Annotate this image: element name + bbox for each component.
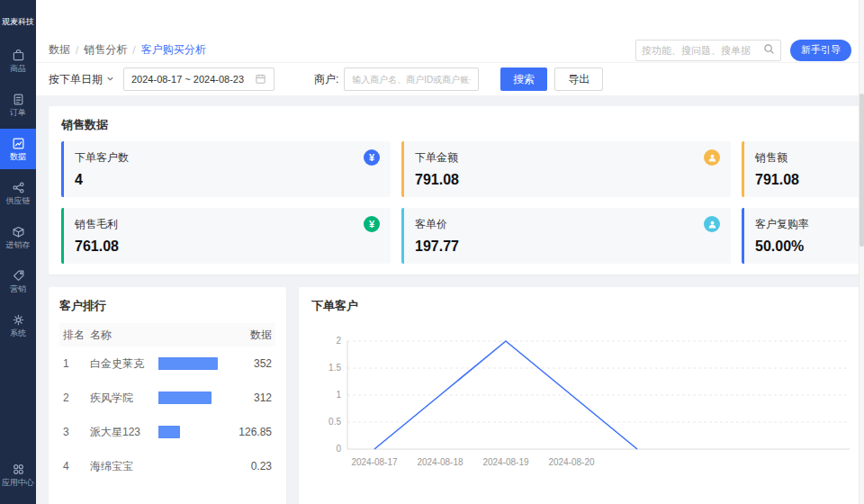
stat-label: 客单价 bbox=[415, 217, 447, 232]
app-root: 观麦科技 商品 订单 数据 供应链 进销存 营销 系统 应用中心 数据/销售分析… bbox=[0, 0, 864, 504]
order-customers-panel: 下单客户 00.511.522024-08-172024-08-182024-0… bbox=[299, 287, 864, 504]
breadcrumb-item[interactable]: 销售分析 bbox=[84, 42, 127, 58]
sidebar-item-label: 订单 bbox=[10, 109, 26, 117]
date-range-picker[interactable]: 2024-08-17 ~ 2024-08-23 bbox=[123, 68, 274, 91]
stat-card-1: 下单客户数 ¥ 4 bbox=[61, 141, 391, 197]
order-customers-line-chart: 00.511.522024-08-172024-08-182024-08-192… bbox=[311, 321, 851, 490]
stat-card-2: 下单金额 791.08 bbox=[401, 141, 731, 197]
stat-label: 客户复购率 bbox=[755, 217, 809, 232]
filter-bar: 按下单日期 2024-08-17 ~ 2024-08-23 商户: 搜索 导出 bbox=[36, 63, 864, 95]
stat-cards: 下单客户数 ¥ 4 下单金额 791.08 销售额 ¥ 791.08 销售毛利 … bbox=[61, 141, 864, 264]
sidebar-item-marketing[interactable]: 营销 bbox=[0, 261, 36, 302]
topbar-right: 新手引导 bbox=[635, 40, 851, 61]
yen-circle-icon: ¥ bbox=[364, 216, 380, 232]
export-button[interactable]: 导出 bbox=[554, 68, 603, 91]
date-type-label: 按下单日期 bbox=[49, 72, 103, 87]
sidebar-item-appcenter[interactable]: 应用中心 bbox=[0, 454, 36, 495]
inventory-icon bbox=[12, 225, 25, 238]
sidebar-nav: 商品 订单 数据 供应链 进销存 营销 系统 bbox=[0, 40, 36, 346]
svg-text:2024-08-17: 2024-08-17 bbox=[351, 457, 398, 467]
breadcrumb-separator: / bbox=[132, 44, 135, 57]
bottom-row: 客户排行 排名 名称 数据 1 白金史莱克 352 2 疾风学院 312 3 派… bbox=[49, 287, 864, 504]
name-cell: 海绵宝宝 bbox=[90, 459, 158, 474]
sidebar-item-label: 系统 bbox=[10, 329, 26, 338]
supply-icon bbox=[12, 181, 25, 194]
guide-button[interactable]: 新手引导 bbox=[790, 40, 851, 61]
sidebar-item-label: 营销 bbox=[10, 285, 26, 293]
table-row: 2 疾风学院 312 bbox=[59, 381, 275, 415]
content: 销售数据 下单客户数 ¥ 4 下单金额 791.08 销售额 ¥ 791.08 … bbox=[36, 95, 864, 504]
svg-text:1: 1 bbox=[336, 390, 341, 400]
yen-circle-icon: ¥ bbox=[364, 149, 380, 166]
marketing-icon bbox=[12, 269, 25, 283]
name-cell: 派大星123 bbox=[90, 425, 158, 440]
svg-text:2024-08-19: 2024-08-19 bbox=[482, 457, 529, 467]
column-header-name: 名称 bbox=[90, 328, 158, 343]
ranking-panel-title: 客户排行 bbox=[59, 298, 275, 314]
ranking-table-header: 排名 名称 数据 bbox=[59, 323, 275, 346]
sidebar-footer: 应用中心 bbox=[0, 454, 36, 499]
merchant-label: 商户: bbox=[314, 72, 338, 87]
sidebar-item-label: 商品 bbox=[10, 65, 26, 73]
merchant-input[interactable] bbox=[344, 68, 479, 91]
sales-panel-title: 销售数据 bbox=[61, 117, 864, 133]
sidebar-item-supply[interactable]: 供应链 bbox=[0, 173, 36, 213]
scrollbar[interactable] bbox=[859, 0, 864, 504]
svg-text:0: 0 bbox=[336, 444, 341, 454]
sales-data-panel: 销售数据 下单客户数 ¥ 4 下单金额 791.08 销售额 ¥ 791.08 … bbox=[49, 106, 864, 274]
date-type-select[interactable]: 按下单日期 bbox=[49, 72, 114, 87]
value-cell: 352 bbox=[218, 357, 272, 370]
sidebar-item-goods[interactable]: 商品 bbox=[0, 40, 36, 81]
column-header-rank: 排名 bbox=[63, 328, 90, 343]
sidebar: 观麦科技 商品 订单 数据 供应链 进销存 营销 系统 应用中心 bbox=[0, 0, 36, 504]
customer-ranking-panel: 客户排行 排名 名称 数据 1 白金史莱克 352 2 疾风学院 312 3 派… bbox=[49, 287, 286, 504]
svg-text:2024-08-20: 2024-08-20 bbox=[548, 457, 595, 467]
sidebar-item-order[interactable]: 订单 bbox=[0, 85, 36, 125]
ranking-bar bbox=[158, 357, 218, 370]
search-button[interactable]: 搜索 bbox=[500, 68, 547, 91]
svg-text:2024-08-18: 2024-08-18 bbox=[417, 457, 464, 467]
stat-value: 197.77 bbox=[415, 238, 720, 255]
stat-value: 4 bbox=[75, 172, 380, 188]
stat-card-5: 客单价 197.77 bbox=[401, 208, 731, 264]
value-cell: 0.23 bbox=[218, 460, 272, 472]
stat-card-3: 销售额 ¥ 791.08 bbox=[742, 141, 864, 197]
stat-label: 下单金额 bbox=[415, 150, 458, 166]
user-circle-icon bbox=[704, 216, 720, 232]
breadcrumb-item[interactable]: 数据 bbox=[49, 42, 70, 58]
search-icon[interactable] bbox=[763, 43, 775, 58]
column-header-value: 数据 bbox=[218, 328, 272, 343]
sidebar-item-data[interactable]: 数据 bbox=[0, 129, 36, 169]
table-row: 3 派大星123 126.85 bbox=[59, 415, 275, 449]
name-cell: 疾风学院 bbox=[90, 391, 158, 406]
ranking-bar bbox=[158, 392, 212, 404]
breadcrumb-item[interactable]: 客户购买分析 bbox=[141, 42, 206, 58]
sidebar-item-system[interactable]: 系统 bbox=[0, 305, 36, 346]
sidebar-item-inventory[interactable]: 进销存 bbox=[0, 217, 36, 257]
value-cell: 312 bbox=[218, 392, 272, 404]
scrollbar-thumb[interactable] bbox=[860, 94, 864, 247]
app-logo: 观麦科技 bbox=[0, 0, 36, 40]
stat-label: 销售额 bbox=[755, 150, 788, 166]
date-range-value: 2024-08-17 ~ 2024-08-23 bbox=[131, 74, 244, 85]
svg-text:2: 2 bbox=[336, 336, 341, 346]
sidebar-item-label: 进销存 bbox=[6, 241, 31, 249]
stat-card-6: 客户复购率 50.00% bbox=[742, 208, 864, 264]
breadcrumb-separator: / bbox=[76, 44, 78, 57]
stat-card-4: 销售毛利 ¥ 761.08 bbox=[61, 208, 391, 264]
breadcrumb-row: 数据/销售分析/客户购买分析 新手引导 bbox=[36, 38, 864, 63]
table-row: 1 白金史莱克 352 bbox=[59, 346, 275, 381]
value-cell: 126.85 bbox=[218, 426, 272, 438]
chart-panel-title: 下单客户 bbox=[311, 298, 851, 314]
system-icon bbox=[12, 313, 25, 327]
svg-text:1.5: 1.5 bbox=[328, 363, 341, 373]
user-circle-icon bbox=[704, 149, 720, 166]
sidebar-item-label: 数据 bbox=[10, 153, 26, 161]
ranking-table-body: 1 白金史莱克 352 2 疾风学院 312 3 派大星123 126.85 4… bbox=[59, 346, 275, 483]
stat-value: 791.08 bbox=[415, 172, 720, 188]
ranking-bar bbox=[158, 426, 180, 438]
search-input[interactable] bbox=[642, 45, 763, 56]
global-search-box[interactable] bbox=[635, 40, 781, 61]
sidebar-item-label: 应用中心 bbox=[2, 479, 34, 487]
svg-text:0.5: 0.5 bbox=[328, 417, 341, 427]
